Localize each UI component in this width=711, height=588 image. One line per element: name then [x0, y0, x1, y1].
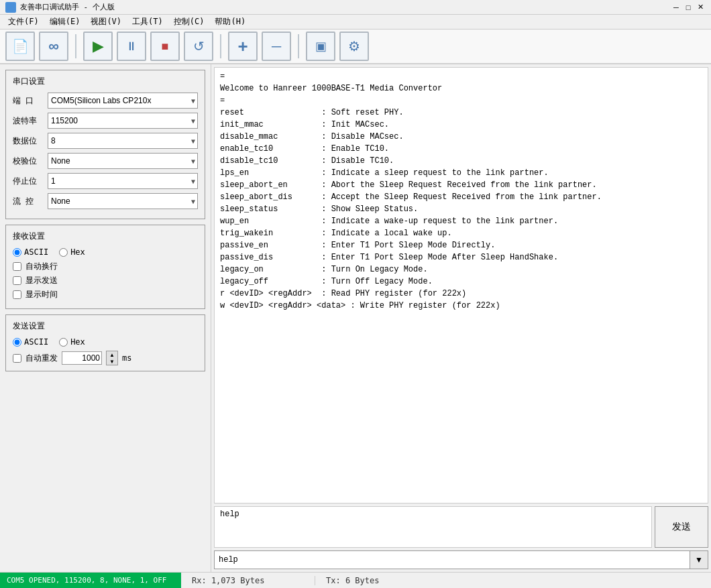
- menu-file[interactable]: 文件(F): [3, 15, 44, 29]
- interval-up-button[interactable]: ▲: [107, 351, 117, 358]
- com-status-text: COM5 OPENED, 115200, 8, NONE, 1, OFF: [7, 576, 166, 585]
- window-button[interactable]: ▣: [306, 32, 335, 61]
- receive-hex-radio[interactable]: [59, 248, 68, 257]
- show-time-label: 显示时间: [25, 289, 58, 300]
- rx-text: Rx: 1,073 Bytes: [192, 576, 264, 585]
- window-icon: ▣: [315, 39, 327, 54]
- send-ascii-label: ASCII: [24, 337, 48, 347]
- refresh-button[interactable]: ↺: [184, 32, 213, 61]
- main-layout: 串口设置 端 口 COM5(Silicon Labs CP210x 波特率 96…: [0, 64, 711, 572]
- left-panel: 串口设置 端 口 COM5(Silicon Labs CP210x 波特率 96…: [0, 64, 211, 572]
- flow-control-select[interactable]: NoneRTS/CTSXON/XOFF: [48, 193, 198, 209]
- receive-hex-label: Hex: [70, 247, 85, 257]
- serial-settings-title: 串口设置: [13, 76, 198, 87]
- receive-ascii-label: ASCII: [24, 247, 48, 257]
- receive-ascii-option[interactable]: ASCII: [13, 247, 48, 257]
- auto-resend-checkbox[interactable]: [13, 354, 21, 363]
- status-tx: Tx: 6 Bytes: [315, 576, 390, 585]
- parity-label: 校验位: [13, 156, 48, 167]
- baud-row: 波特率 9600192003840057600115200230400: [13, 113, 198, 129]
- data-bits-select-wrapper: 5678: [48, 133, 198, 149]
- show-time-row[interactable]: 显示时间: [13, 289, 198, 300]
- remove-icon: ─: [272, 39, 281, 54]
- baud-label: 波特率: [13, 115, 48, 127]
- show-send-row[interactable]: 显示发送: [13, 275, 198, 286]
- port-select-wrapper: COM5(Silicon Labs CP210x: [48, 93, 198, 109]
- send-hex-label: Hex: [70, 337, 85, 347]
- show-send-checkbox[interactable]: [13, 276, 21, 285]
- minimize-button[interactable]: ─: [671, 2, 681, 13]
- serial-settings-section: 串口设置 端 口 COM5(Silicon Labs CP210x 波特率 96…: [5, 70, 205, 219]
- stop-bits-label: 停止位: [13, 176, 48, 187]
- send-button[interactable]: 发送: [655, 506, 708, 548]
- parity-select[interactable]: NoneOddEven: [48, 153, 198, 169]
- pause-icon: ⏸: [125, 40, 138, 54]
- menu-tools[interactable]: 工具(T): [127, 15, 168, 29]
- auto-newline-row[interactable]: 自动换行: [13, 261, 198, 272]
- data-bits-label: 数据位: [13, 135, 48, 147]
- send-hex-option[interactable]: Hex: [59, 337, 85, 347]
- tx-text: Tx: 6 Bytes: [326, 576, 379, 585]
- terminal-output[interactable]: = Welcome to Hanreer 1000BASE-T1 Media C…: [214, 67, 708, 504]
- stop-button[interactable]: ■: [150, 32, 180, 61]
- new-file-icon: 📄: [12, 38, 29, 54]
- stop-bits-select[interactable]: 11.52: [48, 173, 198, 189]
- menubar: 文件(F) 编辑(E) 视图(V) 工具(T) 控制(C) 帮助(H): [0, 15, 711, 30]
- toolbar-separator-3: [298, 34, 299, 58]
- interval-unit-label: ms: [122, 353, 131, 363]
- send-hex-radio[interactable]: [59, 338, 68, 347]
- settings-button[interactable]: ⚙: [339, 32, 369, 61]
- input-textarea[interactable]: help: [215, 507, 651, 547]
- send-settings-title: 发送设置: [13, 320, 198, 332]
- remove-button[interactable]: ─: [262, 32, 291, 61]
- show-time-checkbox[interactable]: [13, 290, 21, 299]
- pause-button[interactable]: ⏸: [117, 32, 146, 61]
- port-select[interactable]: COM5(Silicon Labs CP210x: [48, 93, 198, 109]
- menu-view[interactable]: 视图(V): [85, 15, 127, 29]
- auto-resend-row: 自动重发 ▲ ▼ ms: [13, 351, 198, 365]
- receive-encoding-row: ASCII Hex: [13, 247, 198, 257]
- interval-input[interactable]: [62, 351, 102, 365]
- stop-bits-row: 停止位 11.52: [13, 173, 198, 189]
- stop-icon: ■: [162, 40, 169, 54]
- interval-spinner: ▲ ▼: [106, 351, 118, 365]
- auto-newline-label: 自动换行: [25, 261, 58, 272]
- titlebar-controls: ─ □ ✕: [671, 2, 706, 13]
- data-bits-row: 数据位 5678: [13, 133, 198, 149]
- interval-down-button[interactable]: ▼: [107, 358, 117, 365]
- parity-select-wrapper: NoneOddEven: [48, 153, 198, 169]
- flow-control-label: 流 控: [13, 196, 48, 207]
- toolbar-separator-1: [75, 34, 76, 58]
- new-file-button[interactable]: 📄: [5, 32, 35, 61]
- port-row: 端 口 COM5(Silicon Labs CP210x: [13, 93, 198, 109]
- receive-ascii-radio[interactable]: [13, 248, 21, 257]
- dropdown-arrow-icon: ▼: [695, 555, 703, 565]
- baud-select[interactable]: 9600192003840057600115200230400: [48, 113, 198, 129]
- send-encoding-row: ASCII Hex: [13, 337, 198, 347]
- menu-control[interactable]: 控制(C): [168, 15, 210, 29]
- titlebar-title: 友善串口调试助手 - 个人版: [20, 2, 671, 12]
- flow-control-row: 流 控 NoneRTS/CTSXON/XOFF: [13, 193, 198, 209]
- titlebar: 友善串口调试助手 - 个人版 ─ □ ✕: [0, 0, 711, 15]
- close-button[interactable]: ✕: [695, 2, 706, 13]
- data-bits-select[interactable]: 5678: [48, 133, 198, 149]
- play-button[interactable]: ▶: [83, 32, 113, 61]
- statusbar: COM5 OPENED, 115200, 8, NONE, 1, OFF Rx:…: [0, 572, 711, 588]
- auto-resend-label: 自动重发: [25, 353, 58, 364]
- show-send-label: 显示发送: [25, 275, 58, 286]
- receive-hex-option[interactable]: Hex: [59, 247, 85, 257]
- maximize-button[interactable]: □: [683, 2, 694, 13]
- menu-edit[interactable]: 编辑(E): [44, 15, 86, 29]
- history-input[interactable]: [214, 550, 690, 569]
- loop-button[interactable]: ∞: [39, 32, 68, 61]
- flow-control-select-wrapper: NoneRTS/CTSXON/XOFF: [48, 193, 198, 209]
- add-button[interactable]: +: [228, 32, 258, 61]
- menu-help[interactable]: 帮助(H): [209, 15, 251, 29]
- auto-newline-checkbox[interactable]: [13, 262, 21, 271]
- send-ascii-radio[interactable]: [13, 338, 21, 347]
- send-ascii-option[interactable]: ASCII: [13, 337, 48, 347]
- history-dropdown-button[interactable]: ▼: [690, 550, 708, 569]
- add-icon: +: [237, 38, 248, 55]
- refresh-icon: ↺: [193, 38, 205, 54]
- parity-row: 校验位 NoneOddEven: [13, 153, 198, 169]
